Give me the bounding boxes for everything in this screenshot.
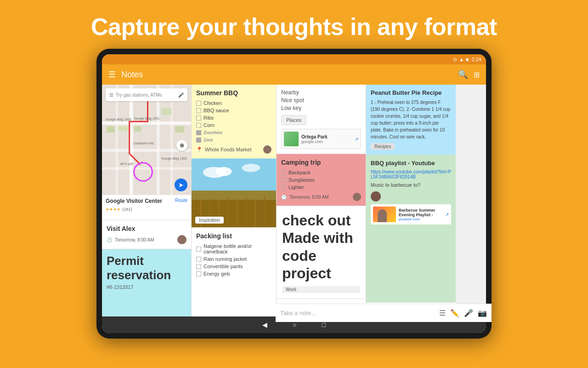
- checkbox-zucchini[interactable]: [196, 130, 201, 135]
- nearby-label: Nearby: [281, 89, 361, 96]
- checkbox-chicken[interactable]: [196, 101, 201, 106]
- clock: 2:24: [472, 57, 481, 62]
- home-button[interactable]: ○: [293, 321, 296, 328]
- battery-icon: ⊙: [453, 57, 457, 63]
- youtube-sub: youtube.com: [399, 217, 442, 221]
- packing-list-card[interactable]: Packing list Nalgene bottle and/or camel…: [192, 228, 276, 316]
- external-link-icon[interactable]: ↗: [355, 137, 358, 142]
- map-search-placeholder: Try gas stations, ATMs: [116, 92, 178, 98]
- nalgene-label: Nalgene bottle and/or camelback: [204, 243, 271, 254]
- jacket-label: Rain running jacket: [204, 256, 247, 262]
- bbq-item-ribs: Ribs: [196, 115, 271, 121]
- camping-trip-card[interactable]: Camping trip Backpack Sunglasses Lighter: [277, 154, 366, 206]
- tablet-screen: ⊙ ▲ ■ 2:24 ☰ Notes 🔍 ⊞: [102, 54, 486, 333]
- packing-item-1: Nalgene bottle and/or camelback: [196, 243, 271, 254]
- note-input-bar[interactable]: Take a note... ☰ ✏️ 🎤 📷: [276, 304, 486, 322]
- signal-icon: ■: [466, 57, 469, 62]
- permit-title: Permit reservation: [107, 254, 187, 282]
- visit-alex-time: Tomorrow, 8:00 AM: [115, 237, 154, 242]
- peanut-title: Peanut Butter Pie Recipe: [371, 89, 451, 96]
- youtube-ext-link-icon[interactable]: ↗: [445, 212, 449, 217]
- places-button[interactable]: Places: [281, 115, 306, 125]
- packing-item-2: Rain running jacket: [196, 256, 271, 262]
- route-link[interactable]: Route: [175, 198, 187, 203]
- work-tag[interactable]: Work: [282, 286, 360, 293]
- permit-card[interactable]: Permit reservation #6-1313317: [102, 249, 191, 316]
- location-sub: google.com: [301, 139, 328, 144]
- column-1: ↙ Google Bldg 1950 Google Bldg 1651: [102, 85, 192, 316]
- checkbox-backpack[interactable]: [281, 170, 286, 175]
- column-4: Peanut Butter Pie Recipe 1 - Preheat ove…: [366, 85, 456, 316]
- note-placeholder: Take a note...: [280, 310, 435, 316]
- map-zoom-button[interactable]: ⊕: [176, 140, 187, 151]
- peanut-text: 1 - Preheat oven to 375 degrees F (190 d…: [371, 99, 451, 140]
- packing-item-3: Convertible pants: [196, 264, 271, 269]
- wifi-icon: ▲: [459, 57, 464, 62]
- svg-rect-7: [170, 85, 173, 195]
- permit-sub: #6-1313317: [107, 284, 187, 290]
- checkbox-jacket[interactable]: [196, 257, 201, 262]
- packing-item-4: Energy gels: [196, 271, 271, 276]
- summer-bbq-card[interactable]: Summer BBQ Chicken BBQ sauce Ribs: [192, 85, 276, 159]
- checkbox-gels[interactable]: [196, 271, 201, 276]
- bbq-item-chicken: Chicken: [196, 100, 271, 106]
- search-icon[interactable]: 🔍: [458, 69, 468, 80]
- checkbox-sauce[interactable]: [196, 108, 201, 113]
- svg-rect-12: [134, 126, 141, 132]
- sauce-label: BBQ sauce: [204, 108, 229, 113]
- bbq-item-zinc: Zinc: [196, 137, 271, 143]
- checkout-text: check out Made with code project: [282, 212, 360, 282]
- inspiration-photo-card[interactable]: Inspiration: [192, 159, 276, 228]
- status-bar: ⊙ ▲ ■ 2:24: [102, 54, 486, 64]
- bbq-playlist-card[interactable]: BBQ playlist - Youtube https://www.youtu…: [366, 155, 456, 316]
- bbq-avatar: [371, 191, 381, 201]
- location-thumbnail: [284, 132, 299, 146]
- camping-item-backpack: Backpack: [281, 170, 361, 175]
- checkbox-lighter[interactable]: [281, 185, 286, 190]
- svg-rect-5: [102, 167, 191, 170]
- back-button[interactable]: ◀: [262, 321, 267, 328]
- camera-icon[interactable]: 📷: [478, 309, 486, 317]
- ribs-label: Ribs: [204, 115, 214, 121]
- camping-item-sunglasses: Sunglasses: [281, 177, 361, 183]
- app-bar: ☰ Notes 🔍 ⊞: [102, 64, 486, 85]
- lighter-label: Lighter: [288, 184, 304, 190]
- menu-icon[interactable]: ☰: [108, 69, 116, 80]
- checkbox-nalgene[interactable]: [196, 247, 201, 252]
- column-3: Nearby Nice spot Low key Places Ortega P…: [277, 85, 366, 316]
- bbq-item-zucchini: Zucchini: [196, 130, 271, 135]
- youtube-title: Barbecue Summer Evening Playlist -: [399, 208, 442, 217]
- zucchini-label: Zucchini: [204, 130, 222, 135]
- list-icon[interactable]: ☰: [439, 309, 446, 317]
- checkbox-sunglasses[interactable]: [281, 178, 286, 183]
- mic-input-icon[interactable]: 🎤: [464, 309, 473, 317]
- map-directions-button[interactable]: ➤: [175, 178, 187, 191]
- peanut-butter-card[interactable]: Peanut Butter Pie Recipe 1 - Preheat ove…: [366, 85, 456, 155]
- checkout-card[interactable]: check out Made with code project Work: [277, 206, 366, 299]
- recents-button[interactable]: □: [322, 321, 326, 328]
- checkbox-pants[interactable]: [196, 264, 201, 269]
- youtube-mini-card[interactable]: Barbecue Summer Evening Playlist - youtu…: [371, 204, 451, 224]
- location-mini-card[interactable]: Ortega Park google.com ↗: [281, 129, 361, 149]
- bbq-item-corn: Corn: [196, 122, 271, 128]
- svg-rect-10: [107, 126, 115, 132]
- checkbox-corn[interactable]: [196, 123, 201, 128]
- svg-rect-11: [118, 126, 127, 131]
- svg-point-22: [215, 167, 232, 176]
- inspiration-tag: Inspiration: [195, 217, 224, 224]
- sunglasses-label: Sunglasses: [288, 177, 315, 183]
- grid-view-icon[interactable]: ⊞: [474, 70, 480, 79]
- star-rating: ★★★★: [106, 207, 120, 212]
- edit-icon[interactable]: ✏️: [450, 309, 459, 317]
- mic-icon[interactable]: 🎤: [178, 92, 184, 98]
- svg-rect-20: [192, 159, 276, 193]
- checkbox-ribs[interactable]: [196, 115, 201, 121]
- map-card[interactable]: ↙ Google Bldg 1950 Google Bldg 1651: [102, 85, 191, 220]
- visit-alex-card[interactable]: Visit Alex 🕐 Tomorrow, 8:00 AM: [102, 220, 191, 249]
- nearby-card[interactable]: Nearby Nice spot Low key Places Ortega P…: [277, 85, 366, 154]
- recipes-tag[interactable]: Recipes: [371, 143, 395, 150]
- app-title: Notes: [121, 70, 452, 80]
- checkbox-zinc[interactable]: [196, 138, 201, 143]
- bbq-location: Whole Foods Market: [205, 147, 251, 152]
- bbq-url[interactable]: https://www.youtube.com/playlist?list=PL…: [371, 169, 451, 179]
